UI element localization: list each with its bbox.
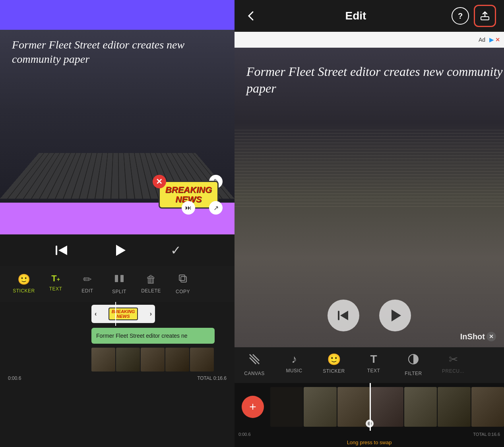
- edit-icon: ✏: [83, 273, 92, 286]
- music-icon: ♪: [291, 353, 297, 366]
- text-label: TEXT: [49, 286, 62, 292]
- left-panel: Former Fleet Street editor creates new c…: [0, 0, 235, 447]
- skip-start-button[interactable]: [54, 242, 70, 258]
- inshot-watermark: InShot ✕: [460, 332, 496, 341]
- back-button[interactable]: [242, 7, 260, 25]
- delete-icon: 🗑: [146, 273, 156, 286]
- text-icon: T+: [51, 273, 60, 284]
- timeline-thumb-3: [141, 348, 165, 372]
- right-panel: Edit ? Ad ▶ ✕ Former Fleet Stre: [235, 0, 504, 447]
- ad-icon: ▶: [489, 37, 494, 43]
- main-play-button[interactable]: [379, 300, 411, 331]
- canvas-icon: [248, 353, 261, 368]
- split-label: SPLIT: [112, 289, 126, 294]
- tool-music[interactable]: ♪ MUSIC: [274, 350, 314, 376]
- ad-badge: ▶ ✕: [489, 37, 500, 43]
- tool-filter[interactable]: FILTER: [394, 350, 433, 379]
- sticker-play-btn[interactable]: ⏭: [182, 201, 195, 215]
- timeline-video-row: [0, 346, 235, 373]
- tool-precut[interactable]: ✂ PRECU...: [433, 350, 473, 376]
- tool-copy[interactable]: COPY: [167, 270, 199, 298]
- chip-arrow-right[interactable]: ›: [150, 310, 152, 317]
- tool-canvas[interactable]: CANVAS: [235, 350, 274, 379]
- video-thumb-5: [404, 387, 437, 427]
- svg-marker-10: [340, 311, 348, 320]
- tool-text-right[interactable]: T TEXT: [354, 350, 394, 376]
- timeline-playhead: [115, 302, 116, 326]
- timeline-sticker-content: BREAKINGNEWs: [109, 308, 138, 320]
- help-button[interactable]: ?: [452, 7, 469, 25]
- svg-marker-1: [58, 246, 67, 255]
- delete-label: DELETE: [141, 288, 161, 294]
- preview-top-bar: [0, 0, 235, 30]
- svg-marker-2: [116, 245, 126, 256]
- copy-label: COPY: [176, 289, 190, 294]
- svg-rect-4: [120, 275, 124, 282]
- ad-label: Ad: [479, 37, 485, 43]
- timeline-sticker-chip[interactable]: ‹ BREAKINGNEWs ›: [91, 305, 155, 323]
- time-total: TOTAL 0:16.6: [197, 375, 227, 381]
- breaking-text-line1: BREAKING: [165, 185, 212, 195]
- main-preview-text: Former Fleet Street editor creates new c…: [246, 64, 504, 97]
- timeline-text-chip[interactable]: Former Fleet Street editor creates ne: [91, 328, 215, 344]
- precut-label: PRECU...: [442, 368, 464, 374]
- svg-marker-11: [392, 310, 401, 321]
- copy-icon: [178, 273, 188, 286]
- sticker-right-icon: 🙂: [327, 353, 341, 366]
- video-thumb-4: [371, 387, 403, 427]
- tool-split[interactable]: SPLIT: [103, 270, 135, 298]
- video-thumb-6: [438, 387, 470, 427]
- svg-rect-3: [115, 275, 118, 282]
- bottom-video-strip: [270, 387, 504, 427]
- add-button[interactable]: +: [242, 396, 264, 418]
- bottom-timeline: +: [235, 383, 504, 431]
- timeline-thumb-4: [165, 348, 189, 372]
- timeline-thumb-2: [116, 348, 140, 372]
- left-preview: Former Fleet Street editor creates new c…: [0, 0, 235, 234]
- svg-line-13: [250, 358, 256, 364]
- time-current: 0:00.6: [8, 375, 21, 381]
- watermark-text: InShot: [460, 332, 485, 341]
- chip-arrow-left[interactable]: ‹: [95, 310, 97, 317]
- music-label: MUSIC: [286, 368, 302, 373]
- sticker-right-label: STICKER: [323, 368, 345, 374]
- sticker-delete-btn[interactable]: ✕: [153, 175, 166, 188]
- precut-icon: ✂: [449, 353, 458, 366]
- svg-rect-0: [56, 246, 57, 255]
- header-actions: ?: [452, 5, 496, 27]
- bottom-timestamps: 0:00.6 TOTAL 0:16.6: [235, 431, 504, 438]
- tool-sticker-right[interactable]: 🙂 STICKER: [314, 350, 354, 376]
- split-icon: [114, 273, 124, 286]
- export-button[interactable]: [474, 5, 496, 27]
- main-skip-start-button[interactable]: [328, 300, 359, 331]
- bottom-time-current: 0:00.6: [238, 432, 251, 437]
- video-thumb-1: [270, 387, 303, 427]
- timeline-timestamps: 0:00.6 TOTAL 0:16.6: [0, 373, 235, 383]
- watermark-close-btn[interactable]: ✕: [487, 332, 496, 341]
- play-button[interactable]: [113, 243, 127, 257]
- bottom-playhead: [370, 383, 371, 431]
- bottom-tools: CANVAS ♪ MUSIC 🙂 STICKER T TEXT FILTER ✂: [235, 347, 504, 383]
- svg-rect-7: [481, 17, 489, 20]
- skip-start-icon: [54, 242, 70, 258]
- long-press-hint: Long press to swap: [235, 438, 504, 447]
- sticker-container[interactable]: ✕ ✎ BREAKING NEWs ⏭ ↗: [159, 181, 219, 209]
- tool-sticker[interactable]: 🙂 STICKER: [8, 270, 40, 297]
- ad-area: Ad ▶ ✕: [235, 32, 504, 48]
- canvas-label: CANVAS: [244, 371, 264, 376]
- ad-close[interactable]: ✕: [495, 37, 500, 43]
- sticker-label: STICKER: [13, 288, 35, 294]
- svg-rect-6: [179, 275, 185, 281]
- svg-line-14: [253, 354, 259, 361]
- confirm-button[interactable]: ✓: [171, 243, 181, 258]
- tool-text[interactable]: T+ TEXT: [40, 270, 72, 295]
- filter-icon: [407, 353, 420, 368]
- timeline-area: ‹ BREAKINGNEWs › Former Fleet Street edi…: [0, 302, 235, 447]
- svg-rect-9: [338, 311, 339, 320]
- timeline-thumb-1: [91, 348, 115, 372]
- tool-edit[interactable]: ✏ EDIT: [72, 270, 103, 297]
- filter-label: FILTER: [405, 371, 422, 376]
- sticker-scale-btn[interactable]: ↗: [209, 201, 223, 215]
- tool-delete[interactable]: 🗑 DELETE: [135, 270, 167, 297]
- video-thumb-2: [304, 387, 336, 427]
